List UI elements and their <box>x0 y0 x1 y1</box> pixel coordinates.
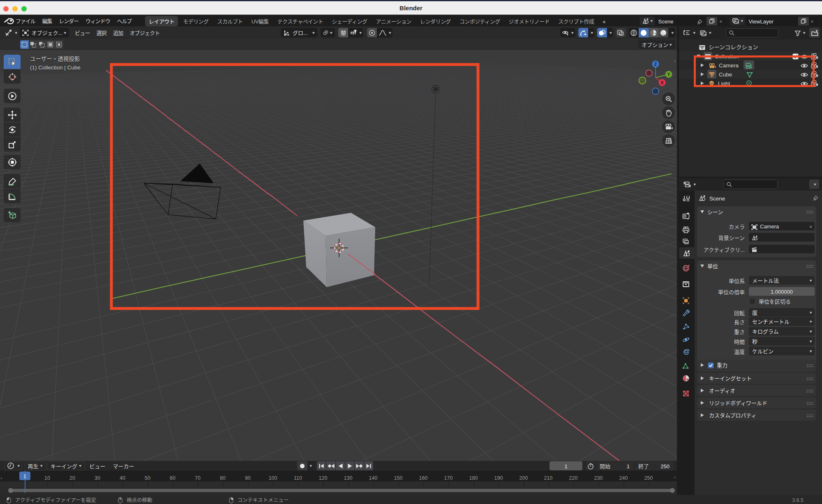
svg-text:X: X <box>660 79 663 85</box>
svg-text:Z: Z <box>654 61 657 67</box>
svg-text:Y: Y <box>667 71 670 77</box>
